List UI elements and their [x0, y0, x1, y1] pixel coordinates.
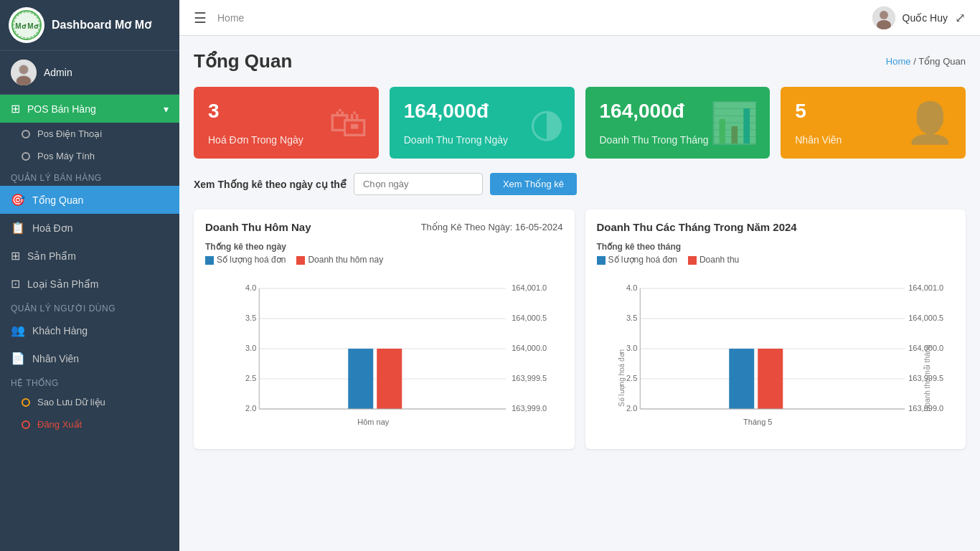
sidebar-item-pos-ban-hang[interactable]: ⊞ POS Bán Hàng ▾ [0, 95, 179, 123]
sidebar-item-hoa-don[interactable]: 📋 Hoá Đơn [0, 214, 179, 242]
charts-row: Doanh Thu Hôm Nay Thống Kê Theo Ngày: 16… [194, 209, 966, 449]
invoice-icon: 📋 [11, 221, 25, 235]
sidebar-username: Admin [44, 67, 72, 78]
shopping-bag-icon: 🛍 [329, 100, 368, 146]
svg-text:164,000.0: 164,000.0 [512, 344, 547, 352]
sidebar-item-san-pham[interactable]: ⊞ Sản Phẩm [0, 242, 179, 270]
fullscreen-icon[interactable]: ⤢ [955, 10, 966, 26]
stat-card-revenue-day: 164,000đ Doanh Thu Trong Ngày ◑ [390, 87, 575, 159]
sidebar-user: Admin [0, 51, 179, 95]
svg-text:4.0: 4.0 [245, 283, 256, 292]
svg-text:2.5: 2.5 [245, 374, 256, 382]
sidebar-item-pos-may-tinh[interactable]: Pos Máy Tính [0, 145, 179, 167]
chart-card-daily: Doanh Thu Hôm Nay Thống Kê Theo Ngày: 16… [194, 209, 575, 449]
breadcrumb: Home / Tổng Quan [886, 56, 966, 67]
chart-monthly-svg-wrapper: 4.0 3.5 3.0 2.5 2.0 164,001.0 164,000.5 … [597, 270, 955, 438]
svg-text:164,000.5: 164,000.5 [512, 314, 547, 322]
svg-text:4.0: 4.0 [626, 283, 636, 292]
main-content: ☰ Home Quốc Huy ⤢ Tổng Quan Home / Tổng … [179, 0, 980, 551]
avatar [11, 60, 37, 85]
legend-blue-dot [205, 256, 214, 265]
svg-text:3.5: 3.5 [626, 314, 636, 322]
chart-monthly-ylabel-right: Doanh thu mỗi tháng [923, 344, 931, 411]
sidebar: Mơ Mơ Dashboard Mơ Mơ Admin ⊞ POS Bán Hà… [0, 0, 179, 551]
chart-monthly-title: Doanh Thu Các Tháng Trong Năm 2024 [597, 221, 797, 233]
topbar-home-link[interactable]: Home [217, 12, 244, 24]
breadcrumb-home[interactable]: Home [886, 56, 911, 67]
chart-daily-legend: Số lượng hoá đơn Doanh thu hôm nay [205, 255, 563, 265]
bar-red-daily [377, 349, 402, 409]
date-input[interactable] [354, 173, 483, 195]
radio-yellow-icon [22, 398, 30, 407]
chart-monthly-chart-title: Thống kê theo tháng [597, 242, 955, 252]
legend-red-dot2 [688, 256, 697, 265]
filter-row: Xem Thống kê theo ngày cụ thể Xem Thống … [194, 173, 966, 195]
chart-monthly-xlabel: Tháng 5 [743, 418, 772, 426]
dashboard-icon: 🎯 [11, 193, 25, 207]
svg-text:164,001.0: 164,001.0 [908, 283, 943, 292]
topbar: ☰ Home Quốc Huy ⤢ [179, 0, 980, 36]
page-title: Tổng Quan [194, 50, 292, 72]
chart-daily-title: Doanh Thu Hôm Nay [205, 221, 311, 233]
chart-card-monthly: Doanh Thu Các Tháng Trong Năm 2024 Thống… [585, 209, 966, 449]
topbar-avatar [872, 6, 895, 29]
chart-daily-svg-wrapper: 4.0 3.5 3.0 2.5 2.0 164,001.0 164,000.5 … [205, 270, 563, 438]
filter-button[interactable]: Xem Thống kê [490, 173, 577, 195]
chart-monthly-legend: Số lượng hoá đơn Doanh thu [597, 255, 955, 265]
hamburger-icon[interactable]: ☰ [194, 9, 207, 27]
svg-text:163,999.5: 163,999.5 [512, 374, 547, 382]
product-icon: ⊞ [11, 249, 20, 263]
section-label-ban-hang: Quản Lý Bán Hàng [0, 167, 179, 186]
svg-text:2.0: 2.0 [245, 404, 256, 413]
svg-point-9 [880, 11, 888, 19]
section-label-he-thong: Hệ Thống [0, 372, 179, 391]
sidebar-item-loai-san-pham[interactable]: ⊡ Loại Sản Phẩm [0, 270, 179, 298]
sidebar-item-khach-hang[interactable]: 👥 Khách Hàng [0, 316, 179, 344]
svg-text:163,999.0: 163,999.0 [512, 404, 547, 413]
legend-blue-dot2 [597, 256, 606, 265]
stat-card-employees: 5 Nhân Viên 👤 [781, 87, 966, 159]
bar-blue-monthly [729, 349, 754, 409]
chart-daily-header: Doanh Thu Hôm Nay Thống Kê Theo Ngày: 16… [205, 221, 563, 233]
chevron-down-icon: ▾ [164, 103, 169, 115]
grid-icon: ⊞ [11, 102, 20, 116]
sidebar-title: Dashboard Mơ Mơ [52, 18, 151, 32]
svg-text:2.5: 2.5 [626, 374, 636, 382]
sidebar-item-sao-luu[interactable]: Sao Lưu Dữ liệu [0, 391, 179, 413]
page-content: Tổng Quan Home / Tổng Quan 3 Hoá Đơn Tro… [179, 36, 980, 551]
radio-red-icon [22, 420, 30, 429]
category-icon: ⊡ [11, 277, 20, 291]
svg-text:3.5: 3.5 [245, 314, 256, 322]
pie-chart-icon: ◑ [529, 100, 564, 146]
chart-daily-chart-title: Thống kê theo ngày [205, 242, 563, 252]
svg-text:3.0: 3.0 [245, 344, 256, 352]
page-header: Tổng Quan Home / Tổng Quan [194, 50, 966, 72]
chart-monthly-ylabel-left: Số lượng hoá đơn [618, 349, 626, 407]
radio-circle-icon [22, 130, 30, 138]
employee-icon: 📄 [11, 352, 25, 365]
svg-text:3.0: 3.0 [626, 344, 636, 352]
radio-circle-icon [22, 152, 30, 161]
sidebar-header: Mơ Mơ Dashboard Mơ Mơ [0, 0, 179, 51]
sidebar-item-tong-quan[interactable]: 🎯 Tổng Quan [0, 186, 179, 214]
legend-red-dot [296, 256, 305, 265]
topbar-username: Quốc Huy [903, 12, 948, 24]
chart-monthly-header: Doanh Thu Các Tháng Trong Năm 2024 [597, 221, 955, 233]
chart-daily-svg: 4.0 3.5 3.0 2.5 2.0 164,001.0 164,000.5 … [205, 270, 563, 435]
customers-icon: 👥 [11, 324, 25, 337]
bar-red-monthly [758, 349, 783, 409]
section-label-nguoi-dung: Quản Lý Người Dùng [0, 298, 179, 316]
sidebar-item-pos-dien-thoai[interactable]: Pos Điện Thoại [0, 123, 179, 145]
stat-cards: 3 Hoá Đơn Trong Ngày 🛍 164,000đ Doanh Th… [194, 87, 966, 159]
svg-text:164,001.0: 164,001.0 [512, 283, 547, 292]
topbar-right: Quốc Huy ⤢ [872, 6, 966, 29]
svg-text:2.0: 2.0 [626, 404, 636, 413]
topbar-left: ☰ Home [194, 9, 244, 27]
sidebar-item-nhan-vien[interactable]: 📄 Nhân Viên [0, 344, 179, 372]
sidebar-logo: Mơ Mơ [9, 7, 44, 43]
chart-daily-xlabel: Hôm nay [357, 418, 390, 426]
bar-blue-daily [348, 349, 373, 409]
sidebar-item-dang-xuat[interactable]: Đăng Xuất [0, 413, 179, 435]
chart-monthly-svg: 4.0 3.5 3.0 2.5 2.0 164,001.0 164,000.5 … [597, 270, 955, 435]
person-add-icon: 👤 [905, 100, 955, 146]
